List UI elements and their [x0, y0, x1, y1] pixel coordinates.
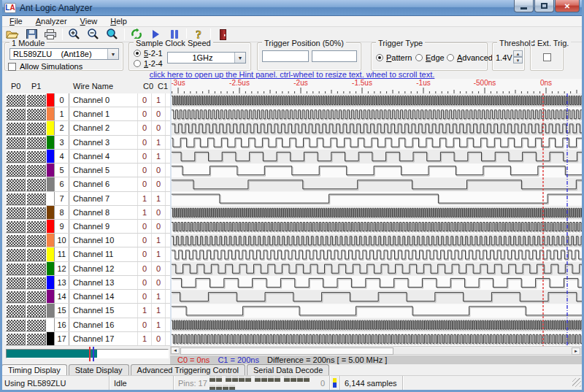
channel-color-swatch[interactable]	[47, 247, 54, 261]
channel-name[interactable]: Channel 12	[69, 262, 138, 275]
channel-name[interactable]: Channel 15	[69, 304, 138, 317]
trigger-position-input-1[interactable]	[262, 50, 309, 62]
channel-row[interactable]: 12Channel 1200	[6, 262, 170, 276]
channel-name[interactable]: Channel 13	[69, 276, 138, 289]
channel-name[interactable]: Channel 8	[69, 206, 138, 219]
pattern-p0-button[interactable]	[6, 220, 26, 233]
channel-row[interactable]: 13Channel 1300	[6, 276, 170, 290]
channel-color-swatch[interactable]	[47, 332, 54, 345]
channel-row[interactable]: 9Channel 900	[6, 220, 170, 234]
channel-name[interactable]: Channel 6	[69, 177, 138, 191]
channel-row[interactable]: 8Channel 810	[6, 206, 170, 220]
pattern-p0-button[interactable]	[6, 319, 26, 331]
pattern-p1-button[interactable]	[26, 150, 46, 163]
scroll-right-icon[interactable]: ►	[572, 347, 580, 355]
pattern-p0-button[interactable]	[6, 122, 26, 134]
pattern-p1-button[interactable]	[26, 263, 46, 275]
resize-grip[interactable]	[572, 378, 581, 387]
clock-124-radio[interactable]: 1-2-4	[134, 59, 163, 68]
title-bar[interactable]: LA Ant Logic Analyzer ✕	[0, 0, 584, 16]
pattern-p0-button[interactable]	[6, 277, 26, 289]
waveform-plot[interactable]	[172, 93, 582, 346]
pattern-p0-button[interactable]	[6, 248, 26, 261]
clock-521-radio[interactable]: 5-2-1	[134, 49, 163, 58]
trigger-type-edge-radio[interactable]: Edge	[415, 53, 445, 62]
channel-color-swatch[interactable]	[47, 206, 54, 219]
channel-name[interactable]: Channel 5	[69, 164, 138, 177]
tab-timing-display[interactable]: Timing Display	[1, 364, 67, 376]
pattern-p0-button[interactable]	[6, 178, 26, 191]
pattern-p0-button[interactable]	[6, 263, 26, 275]
overview-cursor-c1[interactable]	[93, 347, 94, 361]
menu-analyzer[interactable]: Analyzer	[29, 17, 74, 26]
maximize-button[interactable]	[534, 0, 554, 12]
pattern-p1-button[interactable]	[26, 193, 46, 205]
zoom-fit-button[interactable]	[103, 28, 122, 42]
allow-simulations-checkbox[interactable]	[8, 63, 16, 71]
channel-name[interactable]: Channel 14	[69, 290, 138, 303]
module-select[interactable]: RL589ZLU (Ant18e) ▼	[9, 48, 119, 60]
channel-name[interactable]: Channel 10	[69, 234, 138, 247]
menu-file[interactable]: File	[3, 17, 29, 26]
channel-row[interactable]: 2Channel 200	[6, 121, 170, 135]
pattern-p1-button[interactable]	[26, 248, 46, 261]
clock-speed-select[interactable]: 1GHz ▼	[167, 52, 246, 64]
channel-row[interactable]: 5Channel 500	[6, 164, 170, 177]
pattern-p1-button[interactable]	[26, 207, 46, 219]
channel-name[interactable]: Channel 16	[69, 318, 138, 331]
channel-color-swatch[interactable]	[47, 121, 54, 134]
channel-color-swatch[interactable]	[47, 304, 54, 317]
scrollbar-thumb[interactable]	[180, 347, 393, 355]
channel-color-swatch[interactable]	[47, 192, 54, 205]
tab-state-display[interactable]: State Display	[69, 364, 129, 375]
channel-row[interactable]: 6Channel 600	[6, 177, 170, 191]
channel-name[interactable]: Channel 17	[69, 332, 138, 345]
zoom-in-button[interactable]	[65, 28, 84, 42]
pattern-p0-button[interactable]	[6, 304, 26, 317]
zoom-out-button[interactable]	[84, 28, 103, 42]
channel-color-swatch[interactable]	[47, 177, 54, 191]
channel-color-swatch[interactable]	[47, 107, 54, 120]
channel-row[interactable]: 14Channel 1401	[6, 290, 170, 304]
chevron-down-icon[interactable]: ▼	[234, 53, 245, 63]
channel-name[interactable]: Channel 1	[69, 107, 138, 120]
pattern-p1-button[interactable]	[26, 277, 46, 289]
channel-row[interactable]: 15Channel 1511	[6, 304, 170, 318]
pattern-p0-button[interactable]	[6, 193, 26, 205]
pattern-p1-button[interactable]	[26, 122, 46, 134]
trigger-type-advanced-radio[interactable]: Advanced	[447, 53, 493, 62]
channel-color-swatch[interactable]	[47, 164, 54, 177]
pattern-p1-button[interactable]	[26, 178, 46, 191]
scroll-left-icon[interactable]: ◄	[171, 347, 180, 354]
pattern-p0-button[interactable]	[6, 234, 26, 247]
menu-help[interactable]: Help	[104, 17, 134, 26]
pattern-p0-button[interactable]	[6, 94, 26, 107]
close-button[interactable]: ✕	[555, 0, 580, 12]
pattern-p1-button[interactable]	[26, 137, 46, 149]
channel-color-swatch[interactable]	[47, 318, 54, 331]
channel-name[interactable]: Channel 2	[69, 121, 138, 134]
trigger-position-input-2[interactable]	[312, 50, 357, 62]
pattern-p1-button[interactable]	[26, 108, 46, 120]
threshold-spinner[interactable]: ▲ ▼	[513, 50, 523, 64]
pattern-p0-button[interactable]	[6, 108, 26, 120]
channel-color-swatch[interactable]	[47, 136, 54, 149]
channel-row[interactable]: 16Channel 1601	[6, 318, 170, 332]
channel-name[interactable]: Channel 9	[69, 220, 138, 233]
pattern-p0-button[interactable]	[6, 150, 26, 163]
channel-name[interactable]: Channel 7	[69, 192, 138, 205]
spinner-down-icon[interactable]: ▼	[513, 57, 523, 64]
channel-row[interactable]: 10Channel 1001	[6, 234, 170, 247]
capture-overview-bar[interactable]	[6, 349, 169, 358]
pattern-p1-button[interactable]	[26, 164, 46, 177]
channel-name[interactable]: Channel 0	[69, 93, 138, 107]
waveform-h-scrollbar[interactable]: ◄ ►	[170, 346, 582, 355]
pattern-p1-button[interactable]	[26, 333, 46, 345]
channel-row[interactable]: 11Channel 1101	[6, 247, 170, 261]
channel-row[interactable]: 4Channel 401	[6, 150, 170, 164]
spinner-up-icon[interactable]: ▲	[513, 50, 523, 57]
pattern-p1-button[interactable]	[26, 291, 46, 303]
hint-link[interactable]: click here to open up the Hint panel. ct…	[150, 70, 435, 79]
channel-color-swatch[interactable]	[47, 234, 54, 247]
channel-color-swatch[interactable]	[47, 150, 54, 163]
